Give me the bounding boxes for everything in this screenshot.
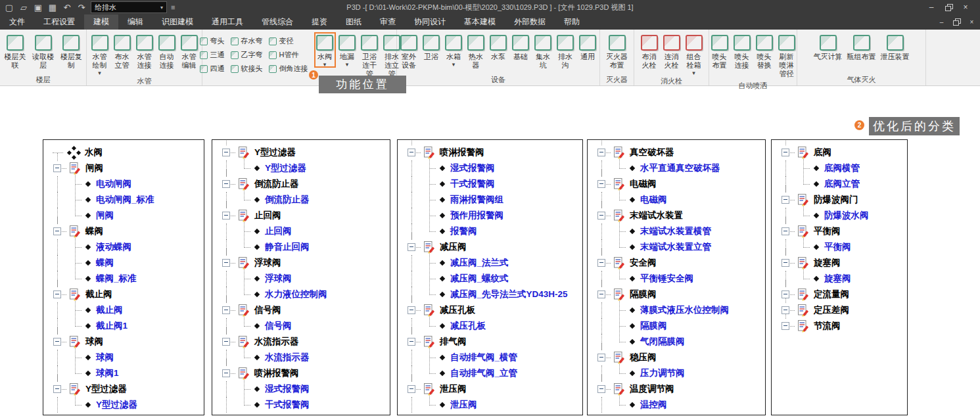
ribbon-button[interactable]: 卫浴 [421,32,442,63]
tree-leaf-label[interactable]: Y型过滤器 [96,399,137,411]
dropdown-arrow-icon[interactable] [323,61,327,66]
save-as-icon[interactable]: ▦ [47,2,58,12]
tree-leaf-label[interactable]: 湿式报警阀 [265,383,310,395]
tree-category-node[interactable]: 喷淋报警阀 [403,145,581,160]
tree-leaf-item[interactable]: 隔膜阀 [593,318,764,334]
tree-leaf-item[interactable]: 末端试水装置横管 [593,223,764,239]
tree-leaf-label[interactable]: 静音止回阀 [265,241,310,253]
tree-leaf-label[interactable]: 泄压阀 [450,399,477,411]
save-icon[interactable]: ▣ [33,2,43,12]
collapse-minus-icon[interactable] [408,306,415,314]
ribbon-button[interactable]: 读取楼层 [30,32,57,72]
tree-category-node[interactable]: 电磁阀 [593,176,764,192]
ribbon-button[interactable]: 喷头 布置 [709,32,730,72]
tree-root-node[interactable]: 水阀 [49,145,202,160]
collapse-minus-icon[interactable] [597,212,605,220]
ribbon-small-button[interactable]: 乙字弯 [231,50,263,60]
menu-tab[interactable]: 识图建模 [152,14,202,30]
tree-leaf-label[interactable]: 自动排气阀_立管 [450,367,517,379]
tree-leaf-label[interactable]: 末端试水装置立管 [640,241,711,253]
tree-leaf-item[interactable]: 湿式报警阀 [218,381,388,397]
close-icon[interactable]: × [960,2,971,12]
collapse-minus-icon[interactable] [408,149,415,156]
tree-leaf-label[interactable]: 平衡阀 [824,241,851,253]
tree-leaf-label[interactable]: 截止阀1 [96,320,128,332]
tree-category-node[interactable]: 安全阀 [593,255,764,271]
menu-tab[interactable]: 协同设计 [405,14,455,30]
ribbon-button[interactable]: 水管 绘制 [89,32,110,76]
collapse-minus-icon[interactable] [53,164,61,172]
tree-leaf-item[interactable]: 泄压阀 [403,397,581,413]
redo-icon[interactable]: ↷ [76,2,87,12]
ribbon-small-button[interactable]: 存水弯 [231,36,263,46]
tree-category-node[interactable]: 信号阀 [218,302,388,318]
dropdown-arrow-icon[interactable] [452,61,455,66]
tree-category-node[interactable]: 截止阀 [49,287,202,302]
tree-leaf-item[interactable]: 末端试水装置立管 [593,239,764,255]
tree-leaf-item[interactable]: 闸阀 [49,208,202,223]
tree-leaf-label[interactable]: 球阀1 [96,367,119,379]
tree-leaf-label[interactable]: 闸阀 [96,210,114,221]
collapse-minus-icon[interactable] [597,149,605,156]
menu-tab[interactable]: 审查 [371,14,405,30]
ribbon-button[interactable]: 基础 [510,32,532,63]
collapse-minus-icon[interactable] [597,259,605,267]
tree-leaf-label[interactable]: 蝶阀 [96,257,114,269]
collapse-minus-icon[interactable] [597,290,605,298]
tree-leaf-label[interactable]: 蝶阀_标准 [96,273,137,285]
collapse-minus-icon[interactable] [782,149,789,156]
ribbon-button[interactable]: 热水器 [465,32,487,72]
collapse-minus-icon[interactable] [597,385,605,393]
ribbon-button[interactable]: 水泵 [488,32,509,63]
collapse-minus-icon[interactable] [782,290,789,298]
collapse-minus-icon[interactable] [222,180,230,188]
ribbon-button[interactable]: 水箱 [443,32,465,68]
tree-leaf-item[interactable]: 薄膜式液压水位控制阀 [593,302,764,318]
tree-category-node[interactable]: 底阀 [777,145,906,160]
tree-leaf-item[interactable]: 蝶阀_标准 [49,271,202,287]
ribbon-small-button[interactable]: H管件 [269,50,308,60]
menu-tab[interactable]: 工程设置 [34,14,84,30]
collapse-minus-icon[interactable] [222,338,230,346]
tree-leaf-label[interactable]: 电动闸阀_标准 [96,194,154,206]
collapse-minus-icon[interactable] [53,338,61,346]
tree-leaf-label[interactable]: 温控阀 [640,399,667,411]
menu-tab[interactable]: 帮助 [555,14,589,30]
tree-leaf-item[interactable]: 倒流防止器 [218,192,388,208]
collapse-minus-icon[interactable] [53,385,61,393]
tree-leaf-item[interactable]: 静音止回阀 [218,239,388,255]
ribbon-button[interactable]: 楼层关联 [1,32,29,72]
collapse-minus-icon[interactable] [782,322,789,330]
ribbon-button[interactable]: 泄压装置 [879,32,912,63]
tree-leaf-item[interactable]: 截止阀 [49,302,202,318]
ribbon-small-button[interactable]: 三通 [200,50,225,60]
tree-category-node[interactable]: 减压阀 [403,239,581,255]
collapse-minus-icon[interactable] [222,212,230,220]
tree-category-node[interactable]: 定压差阀 [777,302,906,318]
tree-leaf-item[interactable]: Y型过滤器 [218,160,388,176]
tree-leaf-label[interactable]: Y型过滤器 [265,162,306,174]
tree-category-node[interactable]: 排气阀 [403,334,581,350]
tree-category-node[interactable]: 平衡阀 [777,223,906,239]
collapse-minus-icon[interactable] [782,196,789,204]
ribbon-button[interactable]: 气灭计算 [812,32,845,63]
tree-category-node[interactable]: 浮球阀 [218,255,388,271]
ribbon-button[interactable]: 水阀 [314,32,336,68]
tree-leaf-item[interactable]: 水力液位控制阀 [218,287,388,302]
tree-leaf-label[interactable]: 底阀横管 [824,162,860,174]
tree-leaf-item[interactable]: 电磁阀 [593,192,764,208]
menu-tab[interactable]: 建模 [84,14,118,30]
close-icon[interactable]: × [968,17,976,27]
tree-leaf-label[interactable]: 止回阀 [265,225,292,237]
tree-leaf-label[interactable]: 球阀 [96,352,114,363]
tree-leaf-item[interactable]: 电动闸阀_标准 [49,192,202,208]
tree-leaf-item[interactable]: 电动闸阀 [49,176,202,192]
ribbon-button[interactable]: 喷头 连接 [731,32,753,72]
tree-leaf-label[interactable]: 湿式报警阀 [450,162,495,174]
tree-leaf-item[interactable]: 截止阀1 [49,318,202,334]
ribbon-button[interactable]: 卫浴 连干管 [359,32,381,81]
tree-leaf-label[interactable]: 末端试水装置横管 [640,225,711,237]
tree-leaf-item[interactable]: 底阀横管 [777,160,906,176]
tree-leaf-item[interactable]: 平衡锤安全阀 [593,271,764,287]
tree-leaf-label[interactable]: 信号阀 [265,320,292,332]
